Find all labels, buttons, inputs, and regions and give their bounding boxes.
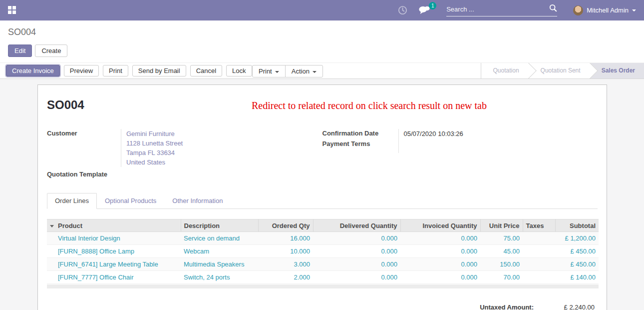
table-row[interactable]: Virtual Interior Design Service on deman… — [47, 232, 599, 245]
untaxed-amount-label: Untaxed Amount: — [480, 304, 534, 310]
col-invoiced-qty[interactable]: Invoiced Quantity — [400, 220, 480, 232]
top-navbar: 1 Mitchell Admin — [0, 0, 644, 20]
cell-ordered-qty[interactable]: 10.000 — [258, 245, 313, 258]
cell-ordered-qty[interactable]: 2.000 — [258, 271, 313, 284]
tab-other-information[interactable]: Other Information — [164, 193, 231, 209]
quotation-template-value[interactable] — [121, 170, 322, 178]
cell-ordered-qty[interactable]: 16.000 — [258, 232, 313, 245]
activities-clock-icon[interactable] — [398, 6, 407, 15]
cell-delivered-qty[interactable]: 0.000 — [313, 271, 400, 284]
cell-taxes[interactable] — [523, 271, 555, 284]
customer-street[interactable]: 1128 Lunetta Street — [126, 138, 322, 148]
cell-unit-price[interactable]: 150.00 — [480, 258, 523, 271]
chevron-down-icon — [632, 10, 636, 12]
sort-caret-icon[interactable] — [50, 225, 54, 228]
cell-taxes[interactable] — [523, 232, 555, 245]
cell-taxes[interactable] — [523, 258, 555, 271]
cell-description[interactable]: Service on demand — [181, 232, 258, 245]
cell-description[interactable]: Switch, 24 ports — [181, 271, 258, 284]
payment-terms-label: Payment Terms — [322, 140, 398, 148]
untaxed-amount-value: £ 2,240.00 — [534, 304, 599, 310]
cell-invoiced-qty[interactable]: 0.000 — [400, 271, 480, 284]
step-quotation-sent[interactable]: Quotation Sent — [528, 62, 590, 79]
customer-value[interactable]: Gemini Furniture 1128 Lunetta Street Tam… — [121, 129, 322, 167]
user-menu[interactable]: Mitchell Admin — [573, 6, 636, 16]
confirmation-date-value[interactable]: 05/07/2020 10:03:26 — [404, 129, 598, 138]
confirmation-date-label: Confirmation Date — [322, 129, 398, 137]
cell-unit-price[interactable]: 75.00 — [480, 232, 523, 245]
quotation-template-label: Quotation Template — [47, 170, 121, 178]
notebook-tabs: Order Lines Optional Products Other Info… — [47, 193, 598, 209]
user-avatar — [573, 6, 583, 16]
control-panel: SO004 Edit Create Print Action 1 / 1 ❮ ❯ — [0, 20, 644, 62]
action-dropdown-button[interactable]: Action — [285, 65, 323, 78]
col-ordered-qty[interactable]: Ordered Qty — [258, 220, 313, 232]
form-sheet: SO004 Redirect to related record on clic… — [37, 84, 607, 310]
order-lines-table: Product Description Ordered Qty Delivere… — [47, 219, 599, 284]
col-unit-price[interactable]: Unit Price — [480, 220, 523, 232]
table-row[interactable]: [FURN_8888] Office Lamp Webcam 10.000 0.… — [47, 245, 599, 258]
tab-optional-products[interactable]: Optional Products — [97, 193, 164, 209]
cell-subtotal[interactable]: £ 450.00 — [555, 245, 599, 258]
table-header-row: Product Description Ordered Qty Delivere… — [47, 220, 599, 232]
annotation-text: Redirect to related record on click sear… — [252, 100, 487, 112]
cell-invoiced-qty[interactable]: 0.000 — [400, 232, 480, 245]
table-footer-strip — [47, 284, 599, 288]
cell-product[interactable]: Virtual Interior Design — [47, 232, 181, 245]
table-row[interactable]: [FURN_6741] Large Meeting Table Multimed… — [47, 258, 599, 271]
customer-label: Customer — [47, 129, 121, 167]
tab-order-lines[interactable]: Order Lines — [47, 193, 97, 209]
print-dropdown-button[interactable]: Print — [252, 65, 286, 78]
apps-menu-icon[interactable] — [8, 6, 16, 14]
cell-delivered-qty[interactable]: 0.000 — [313, 232, 400, 245]
send-by-email-button[interactable]: Send by Email — [132, 65, 186, 76]
search-input[interactable] — [446, 6, 549, 13]
cell-delivered-qty[interactable]: 0.000 — [313, 258, 400, 271]
cell-taxes[interactable] — [523, 245, 555, 258]
table-row[interactable]: [FURN_7777] Office Chair Switch, 24 port… — [47, 271, 599, 284]
customer-name[interactable]: Gemini Furniture — [126, 129, 322, 138]
cell-description[interactable]: Multimedia Speakers — [181, 258, 258, 271]
step-quotation[interactable]: Quotation — [481, 62, 528, 79]
col-taxes[interactable]: Taxes — [523, 220, 555, 232]
cell-unit-price[interactable]: 45.00 — [480, 245, 523, 258]
preview-button[interactable]: Preview — [64, 65, 99, 76]
cell-product[interactable]: [FURN_8888] Office Lamp — [47, 245, 181, 258]
totals-row: Untaxed Amount: £ 2,240.00 — [47, 304, 599, 310]
print-button[interactable]: Print — [103, 65, 128, 76]
chevron-down-icon — [275, 71, 279, 73]
chevron-down-icon — [313, 71, 317, 73]
customer-country[interactable]: United States — [126, 158, 322, 167]
cell-description[interactable]: Webcam — [181, 245, 258, 258]
cell-delivered-qty[interactable]: 0.000 — [313, 245, 400, 258]
cell-unit-price[interactable]: 70.00 — [480, 271, 523, 284]
edit-button[interactable]: Edit — [8, 44, 32, 57]
payment-terms-value[interactable] — [404, 138, 598, 150]
status-steps: Quotation Quotation Sent Sales Order — [481, 62, 644, 79]
col-subtotal[interactable]: Subtotal — [555, 220, 599, 232]
cancel-button[interactable]: Cancel — [190, 65, 222, 76]
cell-invoiced-qty[interactable]: 0.000 — [400, 258, 480, 271]
cell-subtotal[interactable]: £ 140.00 — [555, 271, 599, 284]
cell-product[interactable]: [FURN_6741] Large Meeting Table — [47, 258, 181, 271]
customer-city[interactable]: Tampa FL 33634 — [126, 148, 322, 158]
form-view: SO004 Redirect to related record on clic… — [0, 79, 644, 292]
user-name: Mitchell Admin — [587, 6, 629, 14]
create-invoice-button[interactable]: Create Invoice — [6, 65, 60, 76]
messages-icon[interactable]: 1 — [418, 6, 430, 15]
navbar-search — [446, 4, 557, 16]
col-product[interactable]: Product — [47, 220, 181, 232]
lock-button[interactable]: Lock — [226, 65, 252, 76]
messages-count-badge: 1 — [429, 2, 436, 10]
cell-ordered-qty[interactable]: 3.000 — [258, 258, 313, 271]
create-button[interactable]: Create — [35, 44, 67, 57]
col-description[interactable]: Description — [181, 220, 258, 232]
cell-product[interactable]: [FURN_7777] Office Chair — [47, 271, 181, 284]
cell-subtotal[interactable]: £ 1,200.00 — [555, 232, 599, 245]
col-delivered-qty[interactable]: Delivered Quantity — [313, 220, 400, 232]
search-icon[interactable] — [549, 4, 557, 14]
breadcrumb[interactable]: SO004 — [8, 27, 636, 38]
cell-invoiced-qty[interactable]: 0.000 — [400, 245, 480, 258]
cell-subtotal[interactable]: £ 450.00 — [555, 258, 599, 271]
